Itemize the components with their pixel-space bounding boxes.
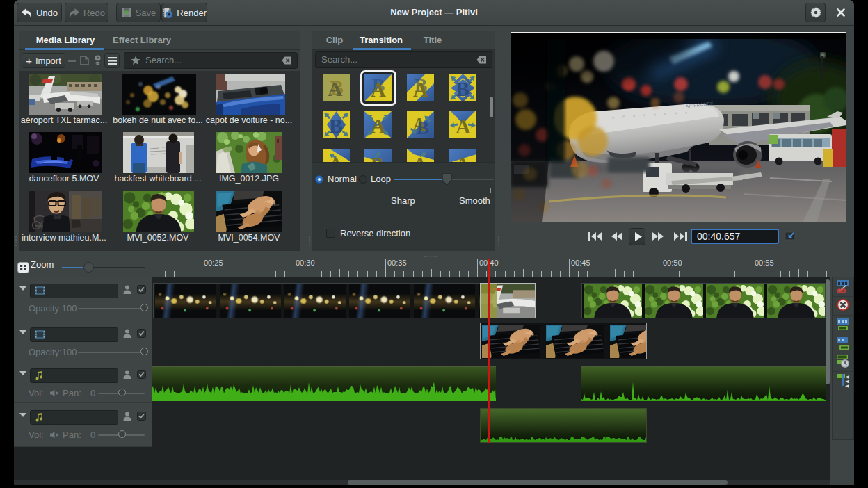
- svg-text:A: A: [371, 114, 386, 137]
- svg-text:A: A: [413, 78, 428, 101]
- svg-text:B: B: [417, 117, 429, 138]
- svg-text:B: B: [456, 77, 469, 100]
- svg-text:A: A: [456, 115, 471, 138]
- svg-text:A: A: [371, 78, 386, 101]
- svg-text:B: B: [329, 114, 343, 137]
- svg-text:A: A: [328, 77, 343, 100]
